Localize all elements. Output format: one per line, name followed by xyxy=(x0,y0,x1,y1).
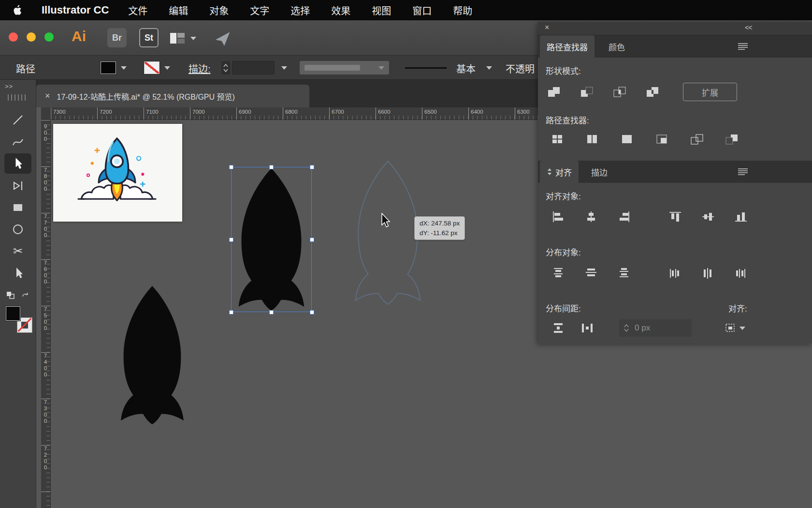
shape-mode-unite-button[interactable] xyxy=(543,83,565,101)
stroke-weight-field[interactable] xyxy=(232,61,275,75)
panel-menu-icon[interactable] xyxy=(738,168,748,175)
shape-mode-exclude-button[interactable] xyxy=(641,83,664,101)
ellipse-tool[interactable] xyxy=(4,219,31,239)
collapse-panels-icon[interactable]: << xyxy=(745,24,752,31)
selection-tool[interactable] xyxy=(4,263,31,283)
vertical-distribute-space-button[interactable] xyxy=(548,319,569,337)
close-document-icon[interactable]: × xyxy=(45,91,50,101)
shape-mode-minus-front-button[interactable] xyxy=(576,83,598,101)
tab-pathfinder[interactable]: 路径查找器 xyxy=(540,35,594,58)
paintbrush-tool[interactable] xyxy=(4,132,31,152)
window-minimize-button[interactable] xyxy=(27,32,36,42)
fill-color-swatch[interactable] xyxy=(101,61,116,74)
distribute-h-center-button[interactable] xyxy=(697,264,719,282)
selection-handle[interactable] xyxy=(310,165,314,169)
selection-handle[interactable] xyxy=(269,165,274,169)
selection-handle[interactable] xyxy=(310,310,314,314)
distribute-left-button[interactable] xyxy=(665,264,686,282)
scissors-tool[interactable]: ✂ xyxy=(4,241,31,261)
document-tab[interactable]: × 17-09-12-站酷上传稿.ai* @ 52.1% (RGB/GPU 预览… xyxy=(36,85,309,107)
black-rocket-shape[interactable] xyxy=(114,284,191,426)
bridge-button[interactable]: Br xyxy=(107,28,127,47)
distribute-bottom-button[interactable] xyxy=(613,264,635,282)
tab-color[interactable]: 颜色 xyxy=(602,35,632,58)
distribute-spacing-label: 分布间距: xyxy=(546,302,581,314)
chevron-down-icon[interactable] xyxy=(121,66,127,70)
pathfinder-trim-button[interactable] xyxy=(581,130,604,149)
stroke-weight-stepper[interactable] xyxy=(221,61,230,75)
v-ruler-label: 7800 xyxy=(43,167,48,192)
close-icon[interactable]: × xyxy=(545,23,549,32)
brush-definition-value[interactable]: 基本 xyxy=(456,61,476,75)
fill-stroke-indicator[interactable] xyxy=(6,306,32,333)
align-to-selection-icon xyxy=(725,323,737,333)
app-name[interactable]: Illustrator CC xyxy=(42,4,109,16)
menu-window[interactable]: 窗口 xyxy=(412,3,432,17)
selection-handle[interactable] xyxy=(229,165,233,169)
horizontal-distribute-space-button[interactable] xyxy=(577,319,598,337)
line-segment-tool[interactable] xyxy=(4,110,31,130)
panel-menu-icon[interactable] xyxy=(738,43,748,50)
menu-type[interactable]: 文字 xyxy=(250,3,269,17)
artboard[interactable] xyxy=(53,124,182,222)
chevron-down-icon[interactable] xyxy=(164,66,170,70)
align-right-button[interactable] xyxy=(613,208,635,225)
selected-rocket-shape[interactable] xyxy=(231,167,312,312)
stroke-color-swatch[interactable] xyxy=(144,61,160,74)
distribute-v-center-button[interactable] xyxy=(580,264,602,282)
tools-grip-handle[interactable] xyxy=(8,94,28,101)
rectangle-tool[interactable] xyxy=(4,197,31,218)
menu-view[interactable]: 视图 xyxy=(372,3,391,17)
stroke-panel-link[interactable]: 描边: xyxy=(188,61,211,75)
rocket-illustration[interactable] xyxy=(77,135,157,210)
fill-swatch-black[interactable] xyxy=(6,306,20,321)
chevron-down-icon[interactable] xyxy=(281,66,287,70)
align-v-center-button[interactable] xyxy=(697,208,719,225)
align-h-center-button[interactable] xyxy=(580,208,602,225)
selection-handle[interactable] xyxy=(269,310,274,314)
chevron-down-icon[interactable] xyxy=(486,66,492,70)
menu-list: 文件 编辑 对象 文字 选择 效果 视图 窗口 帮助 xyxy=(128,3,472,17)
menu-effect[interactable]: 效果 xyxy=(331,3,350,17)
align-left-button[interactable] xyxy=(548,208,569,225)
pathfinder-outline-button[interactable] xyxy=(686,130,708,149)
spacing-value-stepper[interactable]: 0 px xyxy=(619,319,692,337)
direct-selection-tool[interactable] xyxy=(4,153,31,174)
selection-handle[interactable] xyxy=(310,238,314,242)
pathfinder-merge-button[interactable] xyxy=(616,130,638,149)
paper-plane-icon[interactable] xyxy=(215,31,231,46)
apple-menu-icon[interactable] xyxy=(14,5,22,15)
pathfinder-divide-button[interactable] xyxy=(547,130,569,149)
stock-button[interactable]: St xyxy=(139,28,159,47)
menu-edit[interactable]: 编辑 xyxy=(169,3,188,17)
tab-stroke[interactable]: 描边 xyxy=(584,161,614,183)
menu-help[interactable]: 帮助 xyxy=(453,3,472,17)
fill-stroke-mini-controls[interactable] xyxy=(4,289,33,301)
shape-mode-intersect-button[interactable] xyxy=(609,83,631,101)
selection-handle[interactable] xyxy=(229,310,233,314)
distribute-top-button[interactable] xyxy=(548,264,569,282)
drag-delta-tooltip: dX: 247.58 px dY: -11.62 px xyxy=(414,216,465,240)
opacity-label[interactable]: 不透明 xyxy=(506,61,535,75)
workspace-switcher[interactable] xyxy=(170,33,196,44)
window-zoom-button[interactable] xyxy=(44,32,54,42)
window-close-button[interactable] xyxy=(9,32,18,42)
brush-definition-preview[interactable] xyxy=(405,61,450,75)
shape-modes-label: 形状模式: xyxy=(546,64,581,76)
tools-expand-toggle[interactable]: >> xyxy=(5,83,13,90)
pathfinder-crop-button[interactable] xyxy=(651,130,673,149)
align-top-button[interactable] xyxy=(665,208,686,225)
menu-select[interactable]: 选择 xyxy=(290,3,310,17)
distribute-right-button[interactable] xyxy=(730,264,752,282)
ruler-corner[interactable] xyxy=(41,107,51,120)
vertical-ruler[interactable]: 900 7800 7700 7600 7500 7400 7300 7200 xyxy=(41,120,51,508)
menu-object[interactable]: 对象 xyxy=(209,3,229,17)
selection-handle[interactable] xyxy=(229,238,233,242)
align-to-selector[interactable] xyxy=(721,319,750,337)
artboard-tool[interactable] xyxy=(4,176,31,196)
pathfinder-minus-back-button[interactable] xyxy=(721,130,743,149)
align-bottom-button[interactable] xyxy=(730,208,752,225)
menu-file[interactable]: 文件 xyxy=(128,3,147,17)
expand-button[interactable]: 扩展 xyxy=(683,83,737,101)
tab-align[interactable]: 对齐 xyxy=(540,161,579,183)
